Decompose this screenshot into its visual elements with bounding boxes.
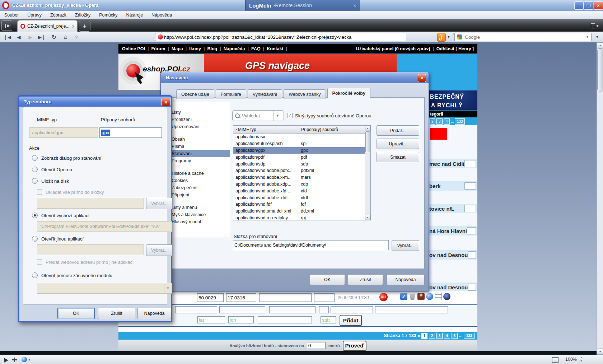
menu-nastroje[interactable]: Nástroje: [122, 11, 148, 19]
scroll-up-icon[interactable]: ▲: [597, 42, 603, 48]
zrusit-button[interactable]: Zrušit: [348, 274, 383, 285]
back-button[interactable]: ◀: [14, 33, 23, 41]
row-field[interactable]: [467, 227, 476, 234]
scroll-down-icon[interactable]: ▼: [597, 349, 603, 355]
scrollbar-thumb[interactable]: [365, 131, 370, 152]
zrusit-button[interactable]: Zrušit: [98, 308, 135, 319]
vybrat-button[interactable]: Vybrat...: [146, 244, 173, 256]
code-input[interactable]: [314, 293, 335, 302]
filter-input[interactable]: [219, 306, 265, 313]
filter-input[interactable]: [175, 306, 217, 313]
confirm-icon[interactable]: ✓: [400, 293, 407, 300]
category-obsah[interactable]: Obsah: [169, 136, 230, 143]
menu-pomucky[interactable]: Pomůcky: [95, 11, 122, 19]
table-row[interactable]: application/futuresplashspl: [233, 140, 370, 147]
tab-pokrocile-volby[interactable]: Pokročilé volby: [327, 88, 370, 98]
nav-online-poi[interactable]: Online POI: [122, 46, 145, 51]
security-badge-icon[interactable]: ⚲: [72, 33, 81, 41]
napoveda-button[interactable]: Nápověda: [387, 274, 425, 285]
radio-otevrit-operou[interactable]: [32, 167, 38, 172]
table-scrollbar[interactable]: ▲ ▼: [365, 126, 370, 220]
table-row[interactable]: application/vnd.adobe.xfdfxfdf: [233, 194, 370, 201]
lat-input[interactable]: [197, 316, 225, 323]
zoom-stepper[interactable]: ▲▼: [580, 356, 583, 363]
pripony-field[interactable]: gpx: [99, 127, 162, 138]
smazat-button[interactable]: Smazat: [377, 152, 419, 162]
ok-button[interactable]: OK: [310, 274, 345, 285]
nav-kontakt[interactable]: Kontakt: [267, 46, 284, 51]
menu-napoveda[interactable]: Nápověda: [147, 11, 176, 19]
cursor-mode-icon[interactable]: [2, 356, 8, 363]
nav-mapa[interactable]: Mapa: [172, 46, 183, 51]
page-link[interactable]: 4: [444, 333, 450, 339]
menu-zobrazit[interactable]: Zobrazit: [46, 11, 71, 19]
table-row[interactable]: application/asx: [233, 134, 370, 140]
menu-zalozky[interactable]: Záložky: [71, 11, 95, 19]
rss-icon[interactable]: [437, 33, 446, 42]
page-link[interactable]: 5: [452, 333, 458, 339]
page-link[interactable]: 2: [429, 118, 435, 125]
menu-soubor[interactable]: Soubor: [0, 11, 23, 19]
lon-value-input[interactable]: [226, 293, 256, 302]
globe-icon[interactable]: [22, 357, 27, 362]
tab-vyhledavani[interactable]: Vyhledávání: [248, 89, 282, 99]
lon-input[interactable]: [228, 316, 254, 323]
page-current[interactable]: 1: [421, 333, 427, 339]
menu-upravy[interactable]: Úpravy: [23, 11, 46, 19]
tab-webove-stranky[interactable]: Webové stránky: [284, 89, 326, 99]
folder-path-input[interactable]: [233, 240, 389, 250]
radio-vychozi-aplikaci[interactable]: [32, 213, 38, 218]
page-link[interactable]: 3: [436, 333, 443, 339]
tab-obecne-udaje[interactable]: Obecné údaje: [176, 89, 214, 99]
table-row[interactable]: application/sdpsdp: [233, 160, 370, 167]
search-dropdown-icon[interactable]: ▼: [586, 35, 589, 39]
forward-button[interactable]: ▶: [26, 33, 35, 41]
category-zabezpeceni[interactable]: Zabezpečení: [169, 184, 230, 191]
add-button[interactable]: Přidat: [340, 315, 362, 326]
name-input[interactable]: [259, 293, 312, 302]
panels-toggle-button[interactable]: ❙▶: [1, 20, 12, 31]
reload-button[interactable]: ↻: [50, 33, 59, 41]
mime-search-box[interactable]: ▼: [232, 110, 284, 121]
filter-input[interactable]: [319, 306, 329, 313]
radio-zasuvny-modul[interactable]: [32, 272, 38, 278]
table-row-selected[interactable]: application/gpxgpx: [233, 147, 370, 154]
row-field[interactable]: [464, 205, 476, 212]
table-row[interactable]: application/vnd.adobe.pdfx...pdfxml: [233, 167, 370, 174]
table-row[interactable]: application/pdfpdf: [233, 154, 370, 160]
page-link[interactable]: 3: [436, 118, 443, 125]
category-pisma[interactable]: Písma: [169, 143, 230, 150]
rss-dropdown-icon[interactable]: ▼: [446, 33, 452, 41]
fit-width-icon[interactable]: [552, 357, 558, 363]
search-input[interactable]: [464, 34, 584, 40]
map-icon[interactable]: [443, 293, 450, 300]
pridat-button[interactable]: Přidat...: [377, 125, 419, 136]
nav-logout[interactable]: Odhlásit [ Henry ]: [436, 46, 474, 51]
zoom-level[interactable]: 100%: [565, 357, 577, 362]
tab-formulare[interactable]: Formuláře: [216, 89, 246, 99]
page-scrollbar[interactable]: ▲ ▼: [597, 42, 603, 355]
row-field[interactable]: [464, 182, 476, 190]
plugin-dropdown[interactable]: ▼: [37, 283, 172, 294]
category-listy-a-menu[interactable]: Lišty a menu: [169, 204, 230, 211]
minimize-button[interactable]: ─: [574, 1, 584, 10]
nav-ikony[interactable]: Ikony: [189, 46, 201, 51]
category-stahovani[interactable]: Stahování: [169, 150, 230, 157]
analysis-run-button[interactable]: Proveď: [343, 341, 366, 351]
radio-jinou-aplikaci[interactable]: [32, 236, 38, 242]
stat-input[interactable]: [321, 316, 336, 323]
table-row[interactable]: application/vnd.oma.dd+xmldd,xml: [233, 208, 370, 215]
search-dropdown-icon[interactable]: ▼: [274, 111, 281, 121]
close-button[interactable]: ×: [594, 1, 603, 10]
col-mime-typ[interactable]: MIME typ: [238, 127, 256, 132]
category-pripojeni[interactable]: Připojení: [169, 191, 230, 199]
vybrat-button[interactable]: Vybrat...: [146, 198, 173, 209]
nav-blog[interactable]: Blog: [207, 46, 217, 51]
category-programy[interactable]: Programy: [169, 157, 230, 164]
ok-button[interactable]: OK: [57, 308, 95, 319]
page-link[interactable]: 2: [429, 333, 435, 339]
page-link-last[interactable]: 133: [464, 333, 475, 339]
earth-icon[interactable]: [426, 293, 433, 300]
nav-faq[interactable]: FAQ: [251, 46, 261, 51]
mime-table[interactable]: ▲MIME typ Přípona(y) souborů application…: [233, 125, 371, 220]
